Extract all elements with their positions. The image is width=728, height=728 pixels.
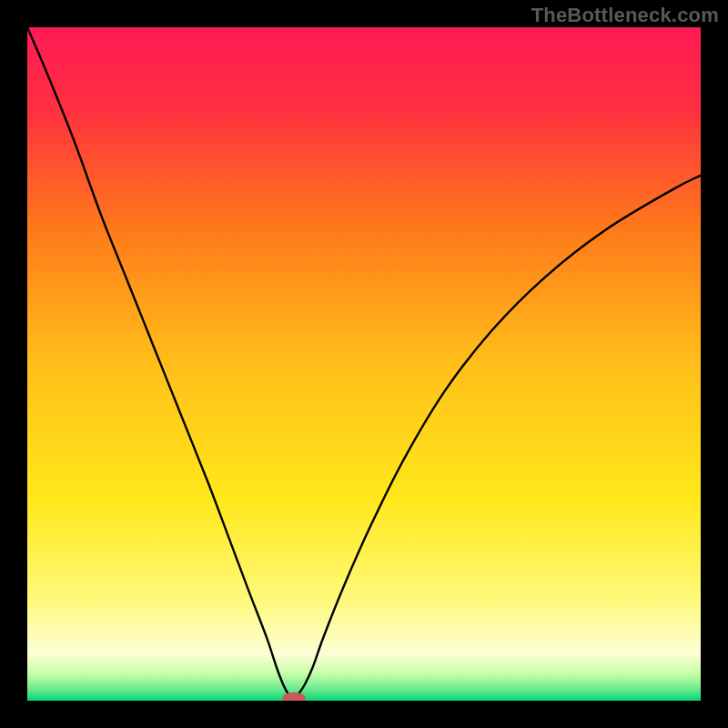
plot-area (27, 27, 701, 701)
chart-svg (27, 27, 701, 701)
gradient-background (27, 27, 701, 701)
chart-frame: TheBottleneck.com (0, 0, 728, 728)
watermark-label: TheBottleneck.com (531, 4, 719, 27)
